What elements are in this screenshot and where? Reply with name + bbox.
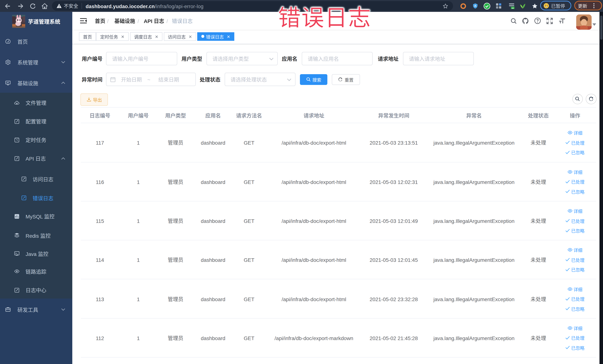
svg-text:on: on xyxy=(511,6,514,9)
